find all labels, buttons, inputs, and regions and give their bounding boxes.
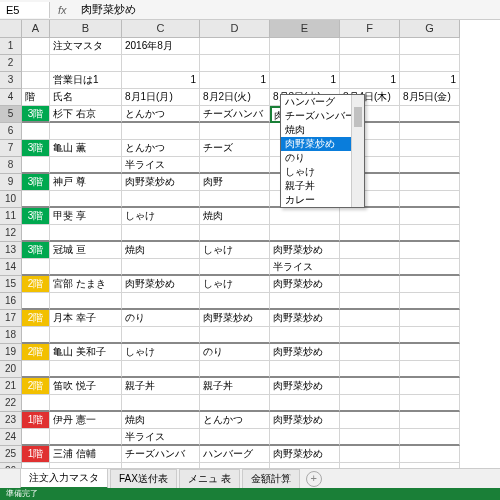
cell[interactable] xyxy=(340,395,400,412)
cell[interactable] xyxy=(200,55,270,72)
cell[interactable] xyxy=(400,378,460,395)
cell[interactable] xyxy=(340,327,400,344)
cell[interactable] xyxy=(340,276,400,293)
name-cell[interactable] xyxy=(50,395,122,412)
cell[interactable] xyxy=(200,225,270,242)
row-header-23[interactable]: 23 xyxy=(0,412,22,429)
cell[interactable]: 半ライス xyxy=(122,429,200,446)
cell-dropdown[interactable]: ハンバーグチーズハンバーグ焼肉肉野菜炒めのりしゃけ親子丼カレー xyxy=(280,94,365,208)
cell[interactable] xyxy=(400,344,460,361)
cell[interactable] xyxy=(22,72,50,89)
row-header-18[interactable]: 18 xyxy=(0,327,22,344)
floor-cell[interactable] xyxy=(22,191,50,208)
cell[interactable] xyxy=(270,208,340,225)
row-header-19[interactable]: 19 xyxy=(0,344,22,361)
cell[interactable]: 8月1日(月) xyxy=(122,89,200,106)
cell[interactable] xyxy=(270,395,340,412)
name-cell[interactable] xyxy=(50,225,122,242)
floor-cell[interactable] xyxy=(22,429,50,446)
cell[interactable] xyxy=(400,208,460,225)
floor-cell[interactable] xyxy=(22,293,50,310)
cell[interactable]: 親子丼 xyxy=(200,378,270,395)
cell[interactable] xyxy=(50,123,122,140)
floor-cell[interactable]: 2階 xyxy=(22,276,50,293)
row-header-10[interactable]: 10 xyxy=(0,191,22,208)
name-cell[interactable] xyxy=(50,327,122,344)
cell[interactable] xyxy=(270,361,340,378)
floor-cell[interactable] xyxy=(22,157,50,174)
add-sheet-button[interactable]: + xyxy=(306,471,322,487)
cell[interactable] xyxy=(400,225,460,242)
name-cell[interactable]: 甲斐 享 xyxy=(50,208,122,225)
name-cell[interactable] xyxy=(50,429,122,446)
cell[interactable] xyxy=(200,429,270,446)
formula-value[interactable]: 肉野菜炒め xyxy=(75,0,142,19)
cell[interactable]: 肉野菜炒め xyxy=(270,446,340,463)
cell[interactable] xyxy=(400,55,460,72)
floor-cell[interactable]: 3階 xyxy=(22,174,50,191)
cell[interactable] xyxy=(340,446,400,463)
sheet-tab[interactable]: メニュ 表 xyxy=(179,469,240,488)
row-header-6[interactable]: 6 xyxy=(0,123,22,140)
cell[interactable] xyxy=(340,208,400,225)
cell[interactable] xyxy=(400,123,460,140)
cell[interactable]: しゃけ xyxy=(200,242,270,259)
cell[interactable]: ハンバーグ xyxy=(200,446,270,463)
cell[interactable] xyxy=(200,157,270,174)
cell[interactable]: 8月5日(金) xyxy=(400,89,460,106)
cell[interactable] xyxy=(22,38,50,55)
col-header-A[interactable]: A xyxy=(22,20,50,38)
name-cell[interactable]: 亀山 美和子 xyxy=(50,344,122,361)
fx-icon[interactable]: fx xyxy=(50,4,75,16)
cell[interactable] xyxy=(122,361,200,378)
cell[interactable]: 8月2日(火) xyxy=(200,89,270,106)
name-cell[interactable]: 宮部 たまき xyxy=(50,276,122,293)
select-all[interactable] xyxy=(0,20,22,38)
name-cell[interactable]: 神戸 尊 xyxy=(50,174,122,191)
cell[interactable] xyxy=(200,191,270,208)
row-header-2[interactable]: 2 xyxy=(0,55,22,72)
name-cell[interactable] xyxy=(50,293,122,310)
row-header-15[interactable]: 15 xyxy=(0,276,22,293)
floor-cell[interactable]: 2階 xyxy=(22,378,50,395)
row-header-1[interactable]: 1 xyxy=(0,38,22,55)
cell[interactable] xyxy=(340,225,400,242)
cell[interactable]: 2016年8月 xyxy=(122,38,200,55)
cell[interactable] xyxy=(340,242,400,259)
cell[interactable]: 肉野菜炒め xyxy=(270,378,340,395)
cell[interactable]: 肉野菜炒め xyxy=(200,310,270,327)
name-cell[interactable] xyxy=(50,361,122,378)
cell[interactable] xyxy=(200,123,270,140)
name-box[interactable]: E5 xyxy=(0,2,50,18)
cell[interactable]: 1 xyxy=(400,72,460,89)
cell[interactable] xyxy=(400,327,460,344)
row-header-13[interactable]: 13 xyxy=(0,242,22,259)
cell[interactable] xyxy=(122,55,200,72)
cell[interactable]: 肉野菜炒め xyxy=(270,344,340,361)
cell[interactable] xyxy=(270,327,340,344)
floor-cell[interactable]: 3階 xyxy=(22,106,50,123)
cell[interactable] xyxy=(200,38,270,55)
name-cell[interactable] xyxy=(50,259,122,276)
cell[interactable] xyxy=(50,55,122,72)
row-header-5[interactable]: 5 xyxy=(0,106,22,123)
cell[interactable]: 肉野菜炒め xyxy=(122,174,200,191)
floor-cell[interactable]: 3階 xyxy=(22,208,50,225)
cell[interactable] xyxy=(122,259,200,276)
cell[interactable] xyxy=(340,259,400,276)
col-header-D[interactable]: D xyxy=(200,20,270,38)
cell[interactable] xyxy=(400,259,460,276)
floor-cell[interactable] xyxy=(22,259,50,276)
name-cell[interactable]: 月本 幸子 xyxy=(50,310,122,327)
cell[interactable] xyxy=(122,293,200,310)
cell[interactable] xyxy=(400,395,460,412)
cell[interactable] xyxy=(270,293,340,310)
floor-cell[interactable] xyxy=(22,225,50,242)
cell[interactable] xyxy=(400,174,460,191)
cell[interactable]: のり xyxy=(122,310,200,327)
cell[interactable]: 肉野菜炒め xyxy=(270,276,340,293)
cell[interactable]: 肉野菜炒め xyxy=(270,242,340,259)
row-header-20[interactable]: 20 xyxy=(0,361,22,378)
floor-cell[interactable]: 2階 xyxy=(22,344,50,361)
cell[interactable] xyxy=(400,242,460,259)
